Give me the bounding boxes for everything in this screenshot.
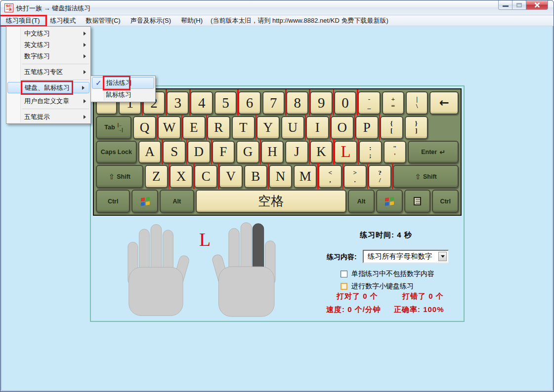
key-p: P [355, 116, 379, 139]
enter-arrow-icon: ↵ [439, 148, 445, 156]
left-hand-illustration [127, 223, 192, 317]
keyboard-bezel-filler [429, 116, 459, 139]
version-notice: (当前版本太旧，请到 http://www.8882.net/KD 免费下载最新… [208, 16, 388, 25]
tab-arrows-icon: |←→| [118, 122, 123, 133]
menu-item-chinese-practice[interactable]: 中文练习 [6, 28, 90, 39]
menubar-item-sound-indication[interactable]: 声音及标示(S) [126, 16, 176, 26]
key-right-ctrl: Ctrl [432, 190, 459, 213]
key-equals: += [382, 91, 404, 115]
shift-arrow-icon: ⇧ [415, 172, 421, 181]
menu-item-number-practice[interactable]: 数字练习 [6, 50, 90, 62]
window-title: 快打一族 → 键盘指法练习 [16, 4, 90, 13]
stat-accuracy: 正确率: 100% [394, 305, 444, 314]
stat-speed: 速度: 0 个/分钟 [326, 305, 381, 314]
key-i: I [306, 116, 329, 139]
key-tab: Tab|←→| [96, 116, 131, 139]
menubar-item-data-management[interactable]: 数据管理(C) [81, 16, 126, 26]
shift-arrow-icon: ⇧ [109, 172, 115, 181]
key-g: G [236, 141, 259, 164]
key-c: C [194, 165, 217, 188]
key-0: 0 [334, 91, 356, 115]
practice-content-select[interactable]: 练习所有字母和数字 [363, 250, 449, 263]
submenu-arrow-icon [82, 86, 85, 90]
key-3: 3 [167, 91, 189, 115]
close-button[interactable] [526, 0, 548, 10]
caption-buttons [498, 0, 548, 10]
key-left-alt: Alt [160, 190, 194, 213]
menu-item-keyboard-mouse-practice[interactable]: 键盘、鼠标练习 [7, 82, 89, 93]
menubar-item-practice-items[interactable]: 练习项目(T) [0, 16, 45, 26]
key-right-win [376, 190, 403, 213]
key-right-shift: ⇧Shift [393, 165, 459, 188]
submenu-item-mouse-practice[interactable]: 鼠标练习 [91, 89, 155, 101]
windows-logo-icon [141, 197, 150, 206]
key-6: 6 [238, 91, 260, 115]
key-m: M [294, 165, 317, 188]
menu-item-wubi-practice-zone[interactable]: 五笔练习专区 [6, 66, 90, 78]
key-a: A [138, 141, 162, 164]
app-icon-text2: 一族 [6, 8, 12, 11]
backspace-arrow-icon: ← [439, 96, 449, 110]
key-q: Q [133, 116, 156, 139]
submenu-arrow-icon [84, 43, 86, 47]
checkbox-exclude-numbers[interactable] [341, 271, 347, 277]
left-palm [129, 267, 183, 315]
menu-item-wubi-hint[interactable]: 五笔提示 [6, 111, 90, 122]
stat-wrong-count: 打错了 0 个 [402, 292, 444, 301]
key-h: H [261, 141, 284, 164]
key-d: D [187, 141, 211, 164]
key-left-shift: ⇧Shift [96, 165, 143, 188]
key-bracket-close: }] [405, 116, 428, 139]
submenu-arrow-icon [84, 99, 86, 103]
key-space: 空格 [196, 190, 347, 213]
app-window: 快打 一族 快打一族 → 键盘指法练习 练习项目(T) 练习模式 数据管理(C)… [0, 0, 554, 392]
key-t: T [232, 116, 255, 139]
key-w: W [158, 116, 181, 139]
key-y: Y [256, 116, 280, 139]
key-8: 8 [286, 91, 308, 115]
menu-item-english-practice[interactable]: 英文练习 [6, 39, 90, 50]
right-palm [219, 267, 275, 316]
key-e: E [182, 116, 206, 139]
key-backspace: ← [429, 91, 459, 115]
key-n: N [269, 165, 292, 188]
menu-item-user-custom-article[interactable]: 用户自定义文章 [6, 95, 90, 107]
menu-separator [22, 109, 89, 109]
practice-content-value: 练习所有字母和数字 [364, 252, 432, 261]
key-j: J [285, 141, 308, 164]
key-slash: ?/ [368, 165, 391, 188]
submenu-item-finger-practice[interactable]: ✓ 指法练习 [92, 77, 154, 89]
submenu-arrow-icon [84, 70, 86, 74]
key-b: B [244, 165, 267, 188]
stat-correct-count: 打对了 0 个 [337, 292, 378, 301]
key-quote: "' [384, 141, 407, 164]
window-edge-left [0, 26, 2, 392]
titlebar: 快打 一族 快打一族 → 键盘指法练习 [0, 0, 554, 15]
window-edge-bottom [0, 390, 554, 392]
key-5: 5 [214, 91, 237, 115]
menubar: 练习项目(T) 练习模式 数据管理(C) 声音及标示(S) 帮助(H) (当前版… [0, 15, 554, 26]
key-minus: -_ [358, 91, 380, 115]
key-left-ctrl: Ctrl [96, 190, 130, 213]
key-v: V [219, 165, 242, 188]
key-7: 7 [262, 91, 285, 115]
app-icon: 快打 一族 [4, 3, 13, 12]
key-k: K [310, 141, 333, 164]
key-o: O [331, 116, 354, 139]
checkbox-numpad-practice[interactable] [341, 283, 347, 290]
menubar-item-help[interactable]: 帮助(H) [176, 16, 208, 26]
key-capslock: Caps Lock [96, 141, 137, 164]
keyboard-mouse-submenu: ✓ 指法练习 鼠标练习 [90, 76, 156, 102]
combo-dropdown-button[interactable] [438, 252, 447, 261]
keyboard-row-qwerty: Tab|←→| Q W E R T Y U I O P {[ }] [96, 116, 459, 139]
context-menu-key-icon [414, 197, 421, 205]
virtual-keyboard: ` 1 2 3 4 5 6 7 8 9 0 -_ += |\ ← Tab|←→|… [93, 88, 462, 216]
maximize-icon [516, 3, 522, 7]
submenu-arrow-icon [84, 115, 86, 119]
menubar-item-practice-mode[interactable]: 练习模式 [45, 16, 81, 26]
submenu-arrow-icon [84, 54, 86, 58]
minimize-button[interactable] [498, 0, 512, 10]
key-backslash: |\ [406, 91, 428, 115]
right-hand-illustration [208, 222, 277, 317]
maximize-button[interactable] [512, 0, 526, 10]
